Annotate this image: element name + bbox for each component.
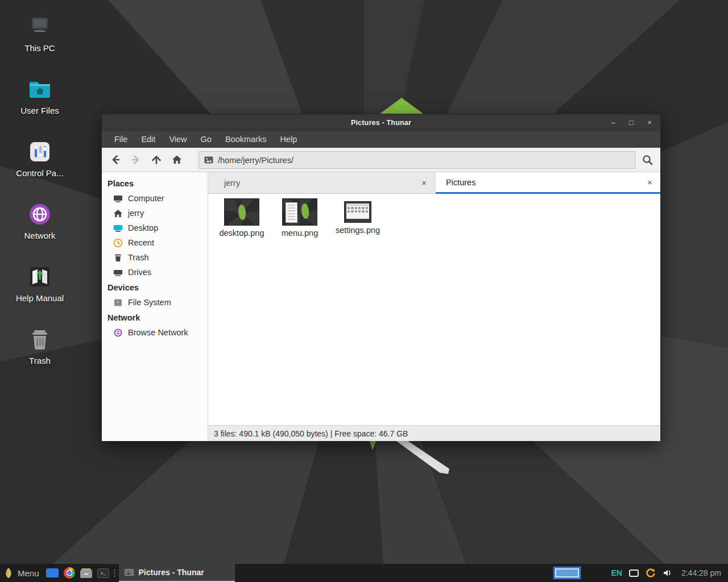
- trash-icon: [113, 253, 123, 263]
- desktop-icon-trash[interactable]: Trash: [10, 326, 69, 366]
- home-button[interactable]: [168, 151, 186, 169]
- window-body: Places Computer jerry Desktop Recent Tra…: [102, 172, 660, 441]
- workspace-switcher[interactable]: [553, 566, 581, 580]
- sidebar-header-devices: Devices: [102, 280, 208, 295]
- computer-icon: [27, 14, 53, 40]
- show-desktop-launcher[interactable]: [44, 564, 61, 582]
- menu-file[interactable]: File: [107, 131, 134, 148]
- file-cabinet-icon: [80, 568, 92, 578]
- tab-jerry[interactable]: jerry ×: [208, 172, 435, 194]
- file-manager-launcher[interactable]: [78, 564, 95, 582]
- sidebar-item-drives[interactable]: Drives: [102, 265, 208, 280]
- update-manager-icon[interactable]: [645, 567, 656, 579]
- terminal-icon: >_: [97, 568, 109, 578]
- location-bar[interactable]: /home/jerry/Pictures/: [198, 151, 635, 169]
- computer-icon: [113, 194, 123, 203]
- settings-png-thumbnail: [344, 201, 371, 223]
- up-button[interactable]: [147, 151, 166, 169]
- control-panel-icon: [27, 139, 53, 165]
- desktop-png-thumbnail: [224, 198, 259, 226]
- help-manual-icon: [27, 264, 53, 290]
- home-folder-icon: [27, 76, 53, 102]
- keyboard-layout-indicator[interactable]: EN: [611, 568, 622, 577]
- taskbar-window-label: Pictures - Thunar: [139, 568, 204, 577]
- close-button[interactable]: ×: [644, 114, 655, 131]
- location-path: /home/jerry/Pictures/: [218, 156, 293, 165]
- menu-bar: File Edit View Go Bookmarks Help: [102, 131, 660, 148]
- forward-button[interactable]: [127, 151, 145, 169]
- sidebar-header-places: Places: [102, 176, 208, 191]
- tab-close-icon[interactable]: ×: [647, 177, 652, 187]
- sidebar-item-recent[interactable]: Recent: [102, 235, 208, 250]
- sidebar-item-file-system[interactable]: File System: [102, 295, 208, 310]
- search-button[interactable]: [638, 151, 657, 169]
- menu-bookmarks[interactable]: Bookmarks: [218, 131, 274, 148]
- desktop-icon-label: Help Manual: [16, 293, 64, 303]
- chrome-icon: [64, 567, 75, 579]
- file-menu-png[interactable]: menu.png: [271, 198, 329, 238]
- active-workspace: [555, 568, 579, 577]
- sidebar-header-network: Network: [102, 310, 208, 325]
- sidebar-item-browse-network[interactable]: Browse Network: [102, 325, 208, 340]
- window-titlebar[interactable]: Pictures - Thunar – □ ×: [102, 114, 660, 131]
- desktop-icon-column: This PC User Files Control Pa... Network…: [10, 14, 69, 389]
- home-icon: [113, 209, 123, 218]
- network-globe-icon: [113, 328, 123, 338]
- image-icon: [204, 156, 213, 164]
- sidebar-item-computer[interactable]: Computer: [102, 191, 208, 206]
- filesystem-drive-icon: [113, 298, 123, 307]
- minimize-button[interactable]: –: [608, 114, 618, 131]
- desktop-icon-label: Trash: [29, 356, 51, 365]
- desktop-icon-label: User Files: [20, 106, 59, 115]
- status-text: 3 files: 490.1 kB (490,050 bytes) | Free…: [214, 429, 408, 438]
- trash-icon: [27, 326, 53, 352]
- file-desktop-png[interactable]: desktop.png: [213, 198, 271, 238]
- back-button[interactable]: [106, 151, 125, 169]
- sidebar-item-trash[interactable]: Trash: [102, 250, 208, 265]
- desktop-icon-label: Network: [24, 231, 55, 240]
- menu-edit[interactable]: Edit: [134, 131, 162, 148]
- volume-icon[interactable]: [663, 568, 673, 577]
- menu-png-thumbnail: [282, 198, 317, 226]
- panel-handle[interactable]: [112, 564, 118, 582]
- sidebar: Places Computer jerry Desktop Recent Tra…: [102, 172, 208, 441]
- desktop-icon-this-pc[interactable]: This PC: [10, 14, 69, 53]
- maximize-button[interactable]: □: [626, 114, 636, 131]
- search-icon: [642, 154, 653, 166]
- terminal-launcher[interactable]: >_: [95, 564, 112, 582]
- window-icon: [46, 568, 59, 577]
- start-menu-button[interactable]: Menu: [0, 564, 44, 582]
- picture-file-icon: [125, 569, 134, 576]
- taskbar-window-button[interactable]: Pictures - Thunar: [119, 564, 235, 582]
- start-menu-label: Menu: [18, 568, 39, 578]
- content-pane: jerry × Pictures × desktop.png: [208, 172, 660, 441]
- tab-close-icon[interactable]: ×: [421, 178, 427, 188]
- sidebar-item-desktop[interactable]: Desktop: [102, 221, 208, 235]
- thunar-window: Pictures - Thunar – □ × File Edit View G…: [101, 114, 661, 441]
- taskbar-left: Menu >_ Pictures - Thunar: [0, 564, 235, 582]
- desktop-icon-user-files[interactable]: User Files: [10, 76, 69, 116]
- chrome-launcher[interactable]: [61, 564, 78, 582]
- taskbar: Menu >_ Pictures - Thunar EN 2:44:28 pm: [0, 564, 728, 582]
- mint-logo-icon: [4, 567, 13, 579]
- tab-bar: jerry × Pictures ×: [208, 172, 660, 194]
- desktop-icon-label: Control Pa...: [16, 168, 63, 178]
- desktop-icon: [113, 223, 123, 233]
- desktop-icon-network[interactable]: Network: [10, 201, 69, 241]
- status-bar: 3 files: 490.1 kB (490,050 bytes) | Free…: [208, 425, 660, 441]
- tab-pictures[interactable]: Pictures ×: [436, 172, 660, 194]
- clock[interactable]: 2:44:28 pm: [681, 568, 721, 577]
- desktop-icon-label: This PC: [24, 43, 55, 53]
- menu-help[interactable]: Help: [273, 131, 304, 148]
- display-tray-icon[interactable]: [629, 569, 639, 577]
- menu-view[interactable]: View: [162, 131, 193, 148]
- file-view[interactable]: desktop.png menu.png settings.png: [208, 194, 660, 425]
- drives-icon: [113, 268, 123, 277]
- window-controls: – □ ×: [608, 114, 655, 131]
- sidebar-item-jerry[interactable]: jerry: [102, 206, 208, 221]
- file-settings-png[interactable]: settings.png: [329, 198, 387, 235]
- menu-go[interactable]: Go: [194, 131, 218, 148]
- taskbar-right: EN 2:44:28 pm: [553, 564, 728, 582]
- desktop-icon-help-manual[interactable]: Help Manual: [10, 264, 69, 304]
- desktop-icon-control-panel[interactable]: Control Pa...: [10, 139, 69, 178]
